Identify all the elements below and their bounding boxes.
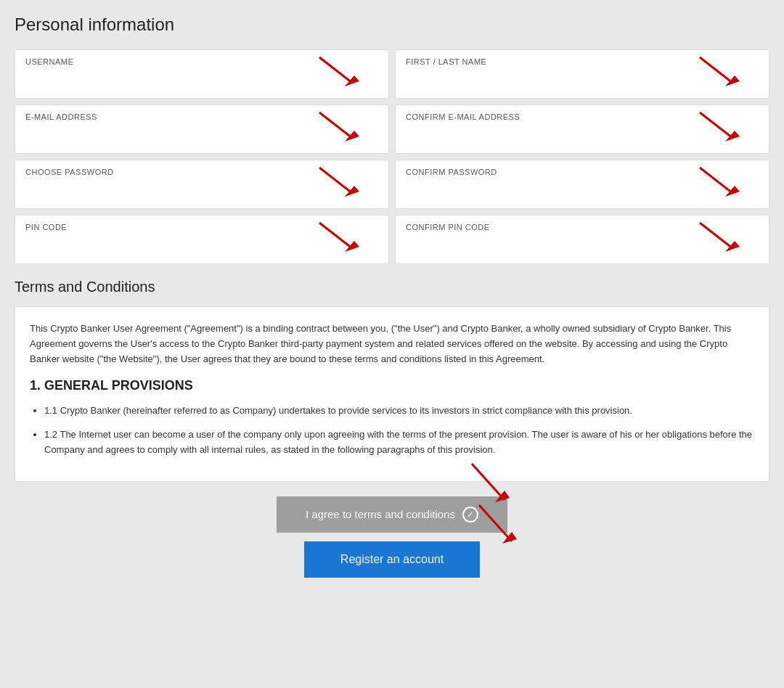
password-input[interactable]: [25, 181, 378, 198]
name-field: FIRST / LAST NAME: [395, 49, 769, 99]
pin-label: PIN CODE: [25, 223, 378, 232]
confirm-password-field: CONFIRM PASSWORD: [395, 160, 769, 209]
list-item: 1.2 The Internet user can become a user …: [44, 427, 754, 458]
pin-field: PIN CODE: [15, 215, 389, 264]
registration-form: USERNAME FIRST / LAST NAME E-MAIL ADDRES…: [15, 49, 769, 264]
name-input[interactable]: [406, 70, 759, 88]
confirm-email-field: CONFIRM E-MAIL ADDRESS: [395, 105, 769, 154]
password-field: CHOOSE PASSWORD: [15, 160, 389, 209]
name-label: FIRST / LAST NAME: [406, 57, 759, 66]
action-buttons: I agree to terms and conditions ✓ Regist…: [15, 496, 769, 578]
username-label: USERNAME: [25, 57, 378, 66]
confirm-pin-field: CONFIRM PIN CODE: [395, 215, 769, 264]
terms-intro: This Crypto Banker User Agreement ("Agre…: [30, 322, 754, 366]
terms-section1-heading: 1. GENERAL PROVISIONS: [30, 378, 754, 393]
confirm-password-input[interactable]: [406, 181, 759, 198]
check-icon: ✓: [462, 507, 478, 523]
terms-content[interactable]: This Crypto Banker User Agreement ("Agre…: [15, 306, 769, 482]
list-item: 1.1 Crypto Banker (hereinafter referred …: [44, 404, 754, 419]
email-field: E-MAIL ADDRESS: [15, 105, 389, 154]
confirm-pin-input[interactable]: [406, 236, 759, 253]
username-input[interactable]: [25, 70, 378, 88]
confirm-email-input[interactable]: [406, 126, 759, 143]
register-label: Register an account: [340, 553, 444, 565]
svg-marker-19: [502, 532, 517, 544]
page-title: Personal information: [15, 15, 769, 35]
confirm-pin-label: CONFIRM PIN CODE: [406, 223, 759, 232]
username-field: USERNAME: [15, 49, 389, 99]
password-label: CHOOSE PASSWORD: [25, 168, 378, 176]
agree-label: I agree to terms and conditions: [306, 508, 455, 520]
agree-button[interactable]: I agree to terms and conditions ✓: [277, 496, 507, 533]
confirm-password-label: CONFIRM PASSWORD: [406, 168, 759, 176]
pin-input[interactable]: [25, 236, 378, 253]
register-button[interactable]: Register an account: [304, 541, 480, 578]
confirm-email-label: CONFIRM E-MAIL ADDRESS: [406, 112, 759, 121]
email-label: E-MAIL ADDRESS: [25, 112, 378, 121]
email-input[interactable]: [25, 126, 378, 143]
terms-list: 1.1 Crypto Banker (hereinafter referred …: [30, 404, 754, 457]
terms-section-title: Terms and Conditions: [15, 279, 769, 295]
